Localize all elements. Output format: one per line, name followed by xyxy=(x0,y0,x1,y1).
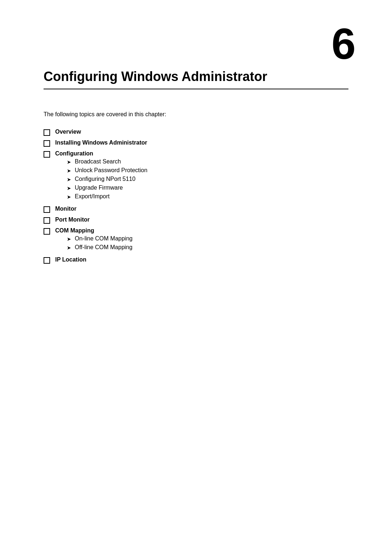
checkbox-icon xyxy=(44,140,50,147)
topic-item-port-monitor: Port Monitor xyxy=(44,216,348,224)
page-container: 6 Configuring Windows Administrator The … xyxy=(0,0,392,555)
sub-item-label: Export/Import xyxy=(75,193,110,200)
sub-item: ➤On-line COM Mapping xyxy=(67,235,132,242)
sub-item: ➤Upgrade Firmware xyxy=(67,185,147,191)
arrow-icon: ➤ xyxy=(67,168,71,174)
topic-label-overview: Overview xyxy=(55,129,81,135)
checkbox-icon xyxy=(44,151,50,158)
checkbox-icon xyxy=(44,228,50,235)
sub-item-label: Unlock Password Protection xyxy=(75,167,147,174)
sub-item: ➤Off-line COM Mapping xyxy=(67,244,132,251)
sub-item-label: Configuring NPort 5110 xyxy=(75,176,135,182)
checkbox-icon xyxy=(44,217,50,224)
topic-item-overview: Overview xyxy=(44,129,348,136)
sub-item: ➤Export/Import xyxy=(67,193,147,200)
sub-item-label: Off-line COM Mapping xyxy=(75,244,132,251)
arrow-icon: ➤ xyxy=(67,185,71,191)
sub-item-label: Broadcast Search xyxy=(75,158,121,165)
topic-content-port-monitor: Port Monitor xyxy=(55,216,90,223)
topic-item-com-mapping: COM Mapping➤On-line COM Mapping➤Off-line… xyxy=(44,227,348,253)
topic-label-monitor: Monitor xyxy=(55,206,77,212)
topic-content-monitor: Monitor xyxy=(55,206,77,212)
arrow-icon: ➤ xyxy=(67,194,71,200)
sub-item: ➤Unlock Password Protection xyxy=(67,167,147,174)
topic-content-overview: Overview xyxy=(55,129,81,135)
checkbox-icon xyxy=(44,257,50,264)
sub-item-label: On-line COM Mapping xyxy=(75,235,132,242)
arrow-icon: ➤ xyxy=(67,159,71,165)
topic-content-ip-location: IP Location xyxy=(55,256,86,263)
sub-item: ➤Broadcast Search xyxy=(67,158,147,165)
chapter-title: Configuring Windows Administrator xyxy=(44,69,348,89)
topic-label-com-mapping: COM Mapping xyxy=(55,227,94,234)
arrow-icon: ➤ xyxy=(67,245,71,251)
chapter-number: 6 xyxy=(331,22,356,65)
topic-label-installing: Installing Windows Administrator xyxy=(55,139,147,146)
topic-label-configuration: Configuration xyxy=(55,150,93,157)
arrow-icon: ➤ xyxy=(67,177,71,182)
topic-item-ip-location: IP Location xyxy=(44,256,348,264)
topic-content-installing: Installing Windows Administrator xyxy=(55,139,147,146)
topic-list: OverviewInstalling Windows Administrator… xyxy=(44,129,348,264)
topic-label-port-monitor: Port Monitor xyxy=(55,216,90,223)
checkbox-icon xyxy=(44,206,50,213)
sub-item-label: Upgrade Firmware xyxy=(75,185,123,191)
intro-text: The following topics are covered in this… xyxy=(44,111,348,118)
sub-list-com-mapping: ➤On-line COM Mapping➤Off-line COM Mappin… xyxy=(67,235,132,251)
sub-list-configuration: ➤Broadcast Search➤Unlock Password Protec… xyxy=(67,158,147,200)
topic-content-com-mapping: COM Mapping➤On-line COM Mapping➤Off-line… xyxy=(55,227,132,253)
topic-label-ip-location: IP Location xyxy=(55,256,86,263)
topic-item-installing: Installing Windows Administrator xyxy=(44,139,348,147)
topic-item-monitor: Monitor xyxy=(44,206,348,213)
arrow-icon: ➤ xyxy=(67,236,71,242)
topic-item-configuration: Configuration➤Broadcast Search➤Unlock Pa… xyxy=(44,150,348,202)
topic-content-configuration: Configuration➤Broadcast Search➤Unlock Pa… xyxy=(55,150,147,202)
sub-item: ➤Configuring NPort 5110 xyxy=(67,176,147,182)
checkbox-icon xyxy=(44,129,50,136)
